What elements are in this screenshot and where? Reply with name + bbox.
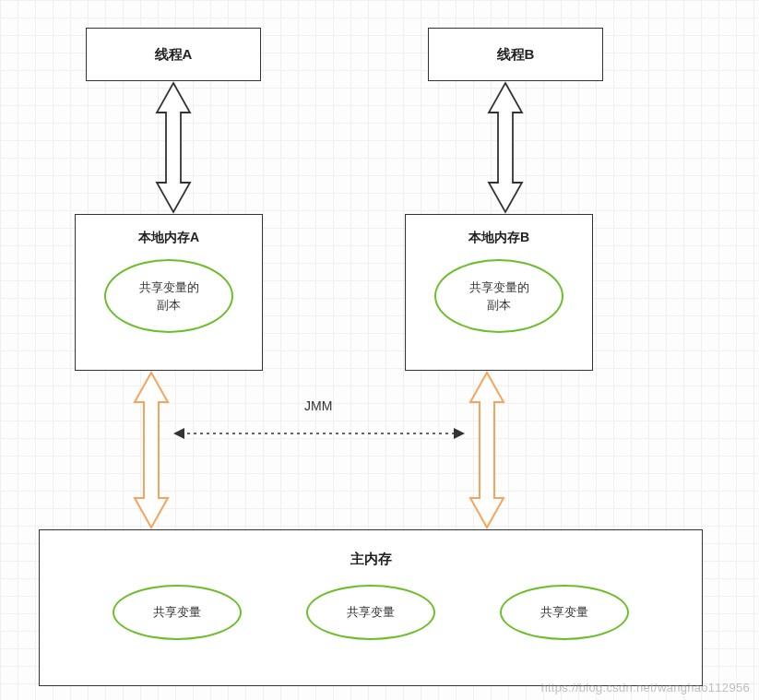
local-mem-a-title: 本地内存A — [138, 230, 199, 246]
thread-a-title: 线程A — [155, 46, 193, 64]
arrow-thread-a-local-a — [146, 81, 201, 214]
main-mem-ellipse-row: 共享变量 共享变量 共享变量 — [113, 585, 629, 640]
local-mem-a-ellipse-line1: 共享变量的 — [139, 279, 199, 297]
local-mem-a-box: 本地内存A 共享变量的 副本 — [75, 214, 263, 371]
local-mem-b-ellipse-line1: 共享变量的 — [469, 279, 529, 297]
jmm-dotted-arrow — [172, 424, 467, 443]
jmm-label: JMM — [304, 398, 332, 413]
watermark: https://blog.csdn.net/wanghao112956 — [540, 681, 750, 694]
main-mem-box: 主内存 共享变量 共享变量 共享变量 — [39, 529, 703, 686]
shared-var-2-label: 共享变量 — [347, 604, 395, 621]
svg-marker-1 — [489, 83, 522, 212]
svg-marker-3 — [470, 373, 504, 528]
svg-marker-0 — [157, 83, 190, 212]
shared-var-3-label: 共享变量 — [540, 604, 588, 621]
shared-var-2-ellipse: 共享变量 — [306, 585, 435, 640]
local-mem-b-ellipse-line2: 副本 — [469, 296, 529, 314]
local-mem-a-ellipse: 共享变量的 副本 — [104, 259, 233, 333]
local-mem-a-ellipse-line2: 副本 — [139, 296, 199, 314]
arrow-local-b-main — [459, 371, 515, 529]
local-mem-b-ellipse: 共享变量的 副本 — [434, 259, 563, 333]
local-mem-b-box: 本地内存B 共享变量的 副本 — [405, 214, 593, 371]
thread-b-title: 线程B — [497, 46, 535, 64]
local-mem-b-title: 本地内存B — [468, 230, 529, 246]
svg-marker-6 — [454, 428, 465, 439]
svg-marker-2 — [135, 373, 168, 528]
thread-b-box: 线程B — [428, 28, 603, 81]
shared-var-3-ellipse: 共享变量 — [500, 585, 629, 640]
main-mem-title: 主内存 — [350, 551, 392, 568]
shared-var-1-label: 共享变量 — [153, 604, 201, 621]
arrow-local-a-main — [124, 371, 179, 529]
shared-var-1-ellipse: 共享变量 — [113, 585, 242, 640]
svg-marker-5 — [173, 428, 184, 439]
thread-a-box: 线程A — [86, 28, 261, 81]
arrow-thread-b-local-b — [478, 81, 533, 214]
